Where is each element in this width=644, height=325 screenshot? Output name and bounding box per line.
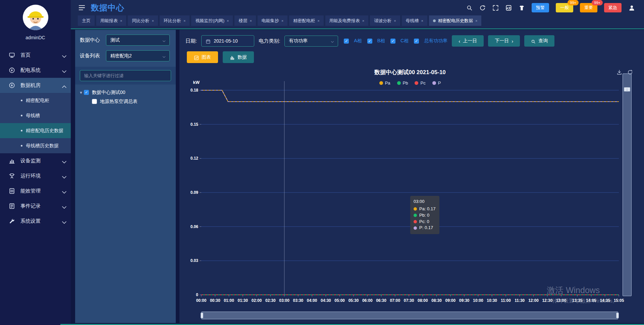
- chevron-down-icon: [330, 39, 334, 43]
- datazoom-vertical-slider[interactable]: [623, 73, 632, 296]
- svg-text:07:00: 07:00: [390, 298, 400, 303]
- date-value: 2021-05-10: [214, 38, 238, 44]
- tab-8[interactable]: 用能及电费报表 ×: [325, 15, 368, 26]
- svg-text:05:30: 05:30: [348, 298, 359, 303]
- power-icon: [9, 82, 15, 89]
- svg-text:00:00: 00:00: [196, 298, 207, 303]
- tab-close-icon[interactable]: ×: [281, 19, 283, 23]
- alert-button-0[interactable]: 预警: [532, 3, 549, 12]
- tab-1[interactable]: 用能报表 ×: [96, 15, 126, 26]
- submenu-item[interactable]: 精密配电历史数据: [0, 123, 71, 138]
- bar-chart-icon: [230, 55, 235, 60]
- tab-close-icon[interactable]: ×: [152, 19, 154, 23]
- svg-text:03:30: 03:30: [293, 298, 304, 303]
- tab-close-icon[interactable]: ×: [475, 19, 477, 23]
- bullet-icon: [21, 130, 22, 131]
- tab-11[interactable]: 精密配电历史数据 ×: [429, 15, 481, 26]
- phase-checkbox-1[interactable]: ✓ B相: [367, 38, 385, 44]
- power-type-select[interactable]: 有功功率: [284, 36, 338, 47]
- datazoom-handle-top[interactable]: [624, 87, 630, 92]
- power-type-value: 有功功率: [289, 38, 308, 44]
- avatar[interactable]: [0, 0, 71, 32]
- datazoom-handle-right[interactable]: [616, 313, 619, 318]
- datazoom-handle-left[interactable]: [201, 313, 203, 318]
- search-icon[interactable]: [466, 5, 473, 11]
- svg-text:06:00: 06:00: [362, 298, 373, 303]
- alert-button-1[interactable]: 一般 99+: [556, 3, 573, 12]
- submenu-item[interactable]: 母线槽历史数据: [0, 138, 71, 153]
- env-icon: [9, 173, 15, 179]
- svg-text:03:00: 03:00: [279, 298, 289, 303]
- sidebar-item-home[interactable]: 首页: [0, 48, 71, 63]
- submenu-item[interactable]: 母线槽: [0, 108, 71, 123]
- caret-down-icon[interactable]: ▼: [79, 91, 84, 95]
- sidebar-item-energy[interactable]: 能效管理: [0, 183, 71, 199]
- datazoom-horizontal-slider[interactable]: [201, 312, 618, 319]
- query-button[interactable]: 查询: [524, 35, 554, 47]
- sidebar-item-env[interactable]: 运行环境: [0, 168, 71, 183]
- svg-text:0.06: 0.06: [191, 224, 199, 229]
- sidebar-item-settings[interactable]: 系统设置: [0, 214, 71, 229]
- svg-text:0.09: 0.09: [191, 190, 199, 195]
- tab-10[interactable]: 母线槽 ×: [402, 15, 427, 26]
- filter-input[interactable]: [80, 70, 171, 81]
- fullscreen-icon[interactable]: [492, 5, 499, 11]
- alert-badge: 99+: [568, 0, 579, 5]
- tab-close-icon[interactable]: ×: [394, 19, 396, 23]
- theme-icon[interactable]: [519, 5, 525, 11]
- tab-close-icon[interactable]: ×: [183, 19, 185, 23]
- datacenter-select[interactable]: 测试: [106, 35, 170, 46]
- tab-close-icon[interactable]: ×: [362, 19, 364, 23]
- refresh-icon[interactable]: [479, 5, 486, 11]
- tab-close-icon[interactable]: ×: [317, 19, 319, 23]
- hamburger-icon[interactable]: [78, 4, 86, 11]
- tab-6[interactable]: 电能集抄 ×: [258, 15, 287, 26]
- chevron-left-icon: ‹: [459, 38, 460, 44]
- sidebar-item-data-room[interactable]: 数据机房: [0, 78, 71, 93]
- tab-3[interactable]: 环比分析 ×: [160, 15, 190, 26]
- device-select[interactable]: 精密配电2: [106, 50, 170, 61]
- chart-view-button[interactable]: 图表: [187, 51, 218, 63]
- phase-checkbox-0[interactable]: ✓ A相: [344, 38, 362, 44]
- chart-plot[interactable]: kW00.030.060.090.120.150.1800:0000:3001:…: [179, 78, 644, 306]
- chart-title: 数据中心测试00 2021-05-10: [201, 68, 619, 76]
- download-icon[interactable]: [616, 69, 622, 75]
- submenu-item[interactable]: 精密配电柜: [0, 93, 71, 108]
- bars-icon: [9, 158, 15, 164]
- tab-close-icon[interactable]: ×: [227, 19, 229, 23]
- tab-4[interactable]: 视频监控(内网) ×: [191, 15, 233, 26]
- svg-text:02:00: 02:00: [252, 298, 262, 303]
- filter-bar: [75, 67, 176, 85]
- date-label: 日期:: [185, 38, 197, 44]
- sidebar-item-device-monitor[interactable]: 设备监测: [0, 153, 71, 168]
- avatar-image: [23, 5, 48, 30]
- tab-close-icon[interactable]: ×: [120, 19, 122, 23]
- tab-2[interactable]: 同比分析 ×: [128, 15, 158, 26]
- sidebar-item-power-system[interactable]: 配电系统: [0, 63, 71, 78]
- tree-checkbox-root[interactable]: ✓: [84, 90, 89, 95]
- tree-checkbox-child[interactable]: [92, 99, 97, 104]
- tab-0[interactable]: 主页: [78, 15, 95, 26]
- alert-button-3[interactable]: 紧急: [604, 3, 622, 12]
- tree-node-root[interactable]: ▼ ✓ 数据中心测试00: [79, 88, 172, 97]
- prev-day-button[interactable]: ‹ 上一日: [452, 35, 484, 47]
- translate-icon[interactable]: A文: [505, 5, 512, 11]
- tab-close-icon[interactable]: ×: [421, 19, 423, 23]
- tab-7[interactable]: 精密配电柜 ×: [289, 15, 323, 26]
- user-icon[interactable]: [628, 4, 635, 11]
- tree-label-root: 数据中心测试00: [92, 90, 125, 96]
- tab-9[interactable]: 谐波分析 ×: [370, 15, 400, 26]
- sidebar-item-events[interactable]: 事件记录: [0, 199, 71, 214]
- next-day-button[interactable]: 下一日 ›: [488, 35, 520, 47]
- tab-active-dot: [433, 19, 436, 22]
- chevron-down-icon: [162, 38, 166, 42]
- alert-button-2[interactable]: 重要 99+: [580, 3, 597, 12]
- svg-text:10:00: 10:00: [473, 298, 483, 303]
- phase-checkbox-3[interactable]: ✓ 总有功功率: [414, 38, 447, 44]
- data-view-button[interactable]: 数据: [223, 51, 254, 63]
- phase-checkbox-2[interactable]: ✓ C相: [390, 38, 409, 44]
- tab-5[interactable]: 楼层 ×: [234, 15, 256, 26]
- date-picker[interactable]: 2021-05-10: [201, 35, 254, 47]
- tab-close-icon[interactable]: ×: [250, 19, 252, 23]
- tree-node-child[interactable]: 地源热泵空调总表: [79, 97, 172, 106]
